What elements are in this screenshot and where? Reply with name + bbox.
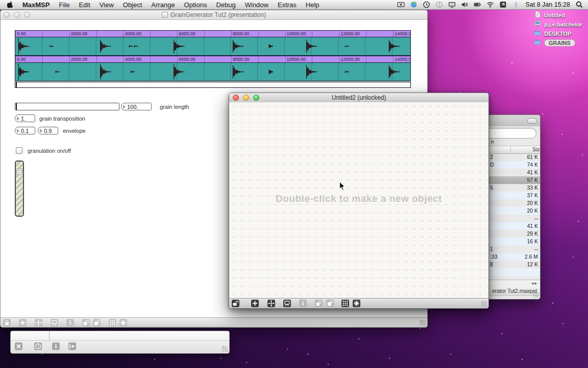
envelope-decay-numberbox[interactable]: 0.9	[38, 127, 58, 134]
zoom-button[interactable]	[24, 12, 30, 18]
envelope-decay-value: 0.9	[44, 128, 52, 134]
info-icon[interactable]	[66, 319, 74, 327]
window-title: GrainGenerator Tut2 (presentation)	[170, 11, 266, 18]
battery-icon[interactable]	[474, 1, 481, 8]
resize-grip[interactable]	[533, 292, 538, 297]
menubar-clock[interactable]: Sat 8 Jan 15:28	[524, 1, 571, 8]
file-row-size: 2.6 M	[525, 253, 538, 261]
desktop-icon-untitled[interactable]: Untitled	[534, 11, 565, 19]
waveform-display-1[interactable]	[15, 37, 411, 56]
file-row-fragment: 2	[490, 153, 493, 161]
file-row-size: 57 K	[527, 176, 538, 184]
menu-maxmsp[interactable]: MaxMSP	[18, 0, 54, 10]
file-row-size: 16 K	[527, 238, 538, 245]
volume-icon[interactable]	[461, 1, 469, 8]
scroll-arrows-icon[interactable]: ◂▸	[531, 281, 538, 286]
clipped-text-fragment: n	[491, 139, 494, 145]
menu-extras[interactable]: Extras	[273, 0, 301, 10]
paste-one-icon[interactable]	[82, 319, 90, 327]
lock-closed-icon[interactable]	[3, 319, 11, 327]
graingenerator-titlebar[interactable]: GrainGenerator Tut2 (presentation)	[1, 10, 427, 20]
paste-two-icon[interactable]	[326, 300, 334, 307]
menu-debug[interactable]: Debug	[211, 0, 240, 10]
back-icon[interactable]	[68, 342, 76, 350]
menu-object[interactable]: Object	[118, 0, 147, 10]
resize-grip[interactable]	[420, 320, 426, 326]
time-machine-icon[interactable]	[423, 1, 430, 8]
waveform-ruler-1: 0.002000.004000.006000.008000.0010000.00…	[15, 30, 411, 37]
close-button[interactable]	[233, 95, 239, 101]
close-icon[interactable]	[15, 342, 22, 350]
grain-transposition-numberbox[interactable]: 1.	[15, 114, 35, 122]
volume-slider[interactable]	[15, 160, 24, 217]
patcher-window: Untitled2 (unlocked) Double-click to mak…	[229, 93, 489, 309]
menu-arrange[interactable]: Arrange	[146, 0, 179, 10]
desktop-icon-desktop[interactable]: DESKTOP	[534, 30, 571, 38]
ruler-label: 12000.00	[340, 57, 360, 62]
pattr-icon[interactable]	[119, 319, 127, 327]
minimize-button[interactable]	[14, 12, 20, 18]
plus-icon[interactable]	[19, 319, 27, 327]
info-icon[interactable]	[299, 300, 307, 307]
grid-icon[interactable]	[109, 319, 116, 327]
presentation-icon[interactable]	[51, 319, 58, 327]
playback-position-slider[interactable]	[15, 82, 411, 88]
envelope-attack-numberbox[interactable]: 0.1	[15, 127, 35, 134]
resize-grip[interactable]	[222, 346, 228, 352]
menu-options[interactable]: Options	[180, 0, 212, 10]
menu-edit[interactable]: Edit	[74, 0, 94, 10]
ruler-label: 14000.00	[395, 57, 411, 62]
desktop-icon-grains[interactable]: GRAINS	[534, 39, 575, 47]
document-icon	[534, 11, 541, 20]
patcher-canvas[interactable]: Double-click to make a new object	[229, 102, 488, 298]
patcher-titlebar[interactable]: Untitled2 (unlocked)	[229, 93, 488, 103]
grain-length-numberbox[interactable]: 100.	[121, 103, 152, 110]
network-globe-icon[interactable]	[410, 1, 418, 8]
zoom-button[interactable]	[253, 95, 259, 101]
presentation-icon[interactable]	[283, 300, 291, 307]
grid-icon[interactable]	[341, 300, 349, 307]
menu-file[interactable]: File	[54, 0, 74, 10]
lock-open-icon[interactable]	[232, 300, 239, 307]
waveform-display-2[interactable]	[15, 62, 411, 81]
ruler-label: 4000.00	[125, 31, 141, 36]
paste-two-icon[interactable]	[93, 319, 101, 327]
menu-help[interactable]: Help	[301, 0, 324, 10]
computer-icon	[534, 20, 541, 29]
input-menu-icon[interactable]	[499, 1, 507, 8]
column-divider[interactable]	[510, 146, 511, 153]
apple-menu[interactable]	[3, 1, 18, 9]
size-column-header[interactable]: Size	[532, 147, 541, 152]
envelope-attack-value: 0.1	[21, 128, 29, 134]
alert-icon[interactable]	[435, 1, 443, 8]
menu-window[interactable]: Window	[240, 0, 273, 10]
screen-share-icon[interactable]	[397, 1, 405, 8]
numberbox-triangle-icon	[17, 129, 19, 133]
move-icon[interactable]	[267, 300, 275, 307]
file-row-size: 74 K	[527, 161, 538, 169]
paste-one-icon[interactable]	[315, 300, 323, 307]
grain-transposition-label: grain transposition	[39, 116, 85, 122]
slider-handle[interactable]	[16, 169, 22, 175]
info-icon[interactable]	[52, 342, 60, 350]
granulation-checkbox[interactable]	[16, 147, 22, 154]
toolbar-toggle-button[interactable]	[527, 118, 537, 124]
displays-icon[interactable]	[448, 1, 456, 8]
pattr-icon[interactable]	[353, 300, 360, 307]
bluetooth-icon[interactable]	[512, 1, 520, 8]
clock-icon[interactable]	[34, 342, 42, 350]
move-icon[interactable]	[35, 319, 42, 327]
grain-length-slider[interactable]	[15, 103, 119, 110]
console-divider	[49, 331, 50, 340]
menubar: MaxMSPFileEditViewObjectArrangeOptionsDe…	[0, 0, 588, 10]
minimize-button[interactable]	[243, 95, 249, 101]
menu-view[interactable]: View	[95, 0, 118, 10]
search-field[interactable]	[481, 128, 536, 139]
resize-grip[interactable]	[481, 301, 487, 307]
desktop-icon-p.j.e.batchelor[interactable]: p.j.e.batchelor	[534, 20, 582, 29]
wifi-icon[interactable]	[486, 1, 494, 8]
grain-transposition-value: 1.	[21, 116, 26, 122]
spotlight-icon[interactable]	[576, 1, 583, 8]
close-button[interactable]	[4, 12, 10, 18]
plus-icon[interactable]	[251, 300, 259, 307]
